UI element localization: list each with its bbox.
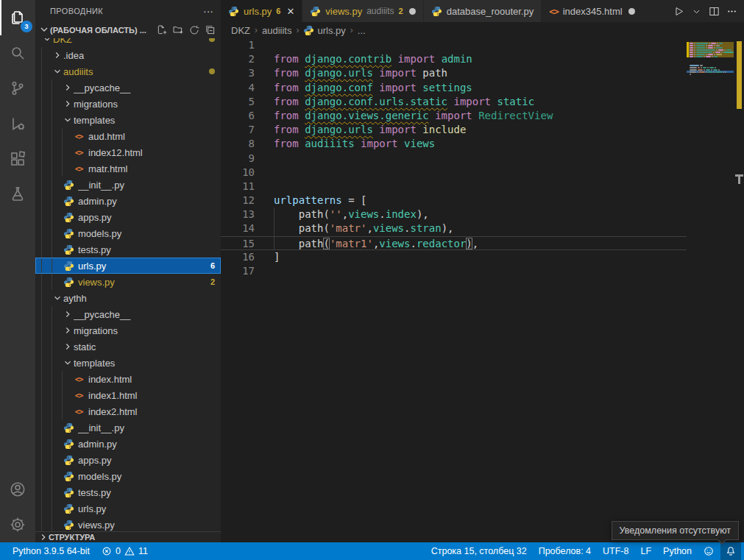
tree-item-templates[interactable]: templates	[35, 355, 221, 371]
run-icon[interactable]	[670, 3, 687, 19]
code-line-4[interactable]: 4from django.conf import settings	[221, 81, 687, 95]
tree-item-tests-py[interactable]: tests.py	[35, 484, 221, 500]
minimap[interactable]	[687, 40, 734, 77]
code-line-17[interactable]: 17	[221, 264, 687, 278]
html-icon: <>	[72, 375, 85, 383]
breadcrumb-item[interactable]: urls.py	[317, 25, 345, 36]
code-line-5[interactable]: 5from django.conf.urls.static import sta…	[221, 95, 687, 109]
testing-icon[interactable]	[0, 177, 35, 212]
new-file-icon[interactable]	[156, 24, 168, 36]
html-icon: <>	[72, 164, 85, 173]
code-line-6[interactable]: 6from django.views.generic import Redire…	[221, 109, 687, 123]
tab-label: index345.html	[563, 6, 623, 17]
tree-item-admin-py[interactable]: admin.py	[35, 193, 221, 209]
tree-item-index-html[interactable]: <>index.html	[35, 371, 221, 387]
collapse-all-icon[interactable]	[205, 24, 216, 36]
account-icon[interactable]	[0, 472, 35, 507]
python-icon	[62, 520, 75, 531]
breadcrumb-item[interactable]: ...	[358, 25, 366, 36]
tree-item--pycache-[interactable]: __pycache__	[35, 306, 221, 322]
settings-icon[interactable]	[0, 507, 35, 542]
tree-item-dkz[interactable]: DKZ	[35, 38, 221, 47]
code-line-15[interactable]: 15 path('matr1',views.redactor),	[221, 236, 687, 250]
code-editor[interactable]: 12from django.contrib import admin3from …	[221, 38, 687, 542]
code-line-9[interactable]: 9	[221, 152, 687, 166]
tree-item-label: index2.html	[88, 406, 215, 417]
code-line-10[interactable]: 10	[221, 166, 687, 180]
new-folder-icon[interactable]	[172, 24, 184, 36]
tree-item-aud-html[interactable]: <>aud.html	[35, 128, 221, 144]
code-line-2[interactable]: 2from django.contrib import admin	[221, 52, 687, 66]
indentation-status[interactable]: Пробелов: 4	[534, 542, 596, 560]
code-line-8[interactable]: 8from audiiits import views	[221, 137, 687, 151]
breadcrumb-item[interactable]: DKZ	[231, 25, 250, 36]
run-dropdown-chevron-icon[interactable]	[688, 3, 704, 19]
tree-item-tests-py[interactable]: tests.py	[35, 241, 221, 258]
tree-item-aythh[interactable]: aythh	[35, 290, 221, 306]
tab-views-py[interactable]: views.pyaudiiits2	[302, 0, 423, 22]
explorer-sidebar: ПРОВОДНИК ··· (РАБОЧАЯ ОБЛАСТЬ) ... DKZ.…	[35, 0, 221, 542]
tree-item-views-py[interactable]: views.py	[35, 517, 221, 531]
tab-index345-html[interactable]: <>index345.html	[542, 0, 642, 22]
tab-database-roouter-py[interactable]: database_roouter.py	[424, 0, 542, 22]
tree-item-label: models.py	[78, 228, 215, 239]
explorer-icon[interactable]: 3	[0, 0, 35, 35]
tree-item-urls-py[interactable]: urls.py6	[35, 258, 221, 274]
tree-item--init-py[interactable]: __init__.py	[35, 419, 221, 436]
encoding-status[interactable]: UTF-8	[598, 542, 634, 560]
tree-item-matr-html[interactable]: <>matr.html	[35, 160, 221, 177]
tree-item-models-py[interactable]: models.py	[35, 225, 221, 241]
tree-item-migrations[interactable]: migrations	[35, 96, 221, 112]
tree-item-views-py[interactable]: views.py2	[35, 274, 221, 290]
code-line-7[interactable]: 7from django.urls import include	[221, 123, 687, 137]
tree-item-migrations[interactable]: migrations	[35, 322, 221, 339]
cursor-position-status[interactable]: Строка 15, столбец 32	[426, 542, 532, 560]
tree-item-static[interactable]: static	[35, 339, 221, 355]
more-actions-icon[interactable]	[723, 3, 740, 19]
outline-section-header[interactable]: СТРУКТУРА	[35, 531, 221, 542]
tree-item-models-py[interactable]: models.py	[35, 468, 221, 484]
more-actions-icon[interactable]: ···	[203, 0, 213, 22]
tree-item-index1-html[interactable]: <>index1.html	[35, 387, 221, 403]
language-mode-status[interactable]: Python	[658, 542, 697, 560]
tree-item-admin-py[interactable]: admin.py	[35, 436, 221, 452]
code-line-16[interactable]: 16]	[221, 250, 687, 264]
refresh-icon[interactable]	[188, 24, 200, 36]
python-interpreter-status[interactable]: Python 3.9.5 64-bit	[7, 542, 95, 560]
tree-item-audiiits[interactable]: audiiits	[35, 63, 221, 79]
search-icon[interactable]	[0, 35, 35, 71]
tree-item--pycache-[interactable]: __pycache__	[35, 79, 221, 96]
split-editor-icon[interactable]	[706, 3, 722, 19]
notification-text: Уведомления отсутствуют	[620, 525, 731, 536]
tree-item-label: audiiits	[63, 66, 209, 77]
tree-item-urls-py[interactable]: urls.py	[35, 500, 221, 517]
run-debug-icon[interactable]	[0, 106, 35, 141]
problems-status[interactable]: 0 11	[96, 542, 153, 560]
close-icon[interactable]: ✕	[285, 6, 294, 17]
tab-urls-py[interactable]: urls.py6✕	[221, 0, 302, 22]
code-line-12[interactable]: 12urlpatterns = [	[221, 194, 687, 208]
notifications-bell[interactable]	[720, 542, 741, 560]
tree-item-templates[interactable]: templates	[35, 112, 221, 128]
tree-item-apps-py[interactable]: apps.py	[35, 452, 221, 468]
code-line-1[interactable]: 1	[221, 38, 687, 52]
tree-item-apps-py[interactable]: apps.py	[35, 209, 221, 225]
workspace-section-header[interactable]: (РАБОЧАЯ ОБЛАСТЬ) ...	[35, 22, 221, 38]
tree-item-index12-html[interactable]: <>index12.html	[35, 144, 221, 160]
tree-item--init-py[interactable]: __init__.py	[35, 177, 221, 193]
code-line-14[interactable]: 14 path('matr',views.stran),	[221, 221, 687, 235]
overview-ruler[interactable]	[734, 38, 744, 542]
code-line-3[interactable]: 3from django.urls import path	[221, 66, 687, 80]
code-line-11[interactable]: 11	[221, 180, 687, 194]
breadcrumb-item[interactable]: audiiits	[262, 25, 291, 36]
tree-item--idea[interactable]: .idea	[35, 47, 221, 63]
code-line-13[interactable]: 13 path('',views.index),	[221, 208, 687, 221]
source-control-icon[interactable]	[0, 71, 35, 106]
tree-item-index2-html[interactable]: <>index2.html	[35, 403, 221, 419]
tree-item-label: apps.py	[78, 455, 215, 466]
extensions-icon[interactable]	[0, 141, 35, 177]
editor-group: urls.py6✕views.pyaudiiits2database_roout…	[221, 0, 744, 542]
python-icon	[62, 212, 75, 223]
feedback-icon[interactable]	[698, 542, 719, 560]
eol-status[interactable]: LF	[635, 542, 656, 560]
